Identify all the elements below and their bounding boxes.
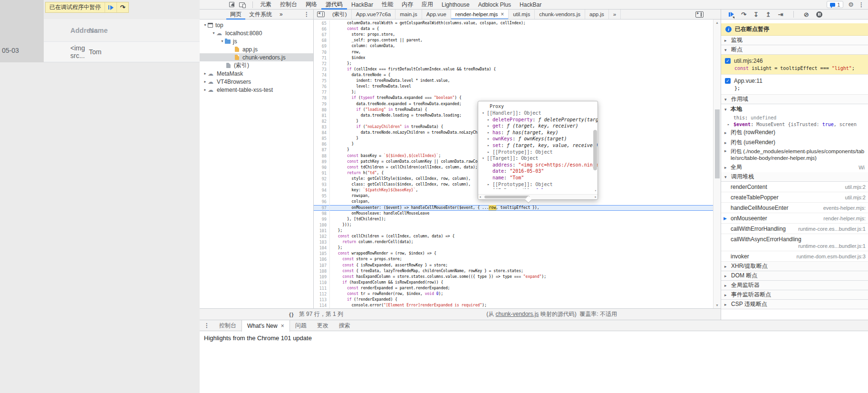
breakpoint-App.vue:11[interactable]: ✓App.vue:11}; <box>721 75 868 95</box>
caret-closed-icon[interactable]: ▸ <box>487 181 490 188</box>
line-number[interactable]: 102 <box>314 234 330 239</box>
line-number[interactable]: 112 <box>314 291 330 297</box>
line-number[interactable]: 91 <box>314 170 330 176</box>
scope-group-闭包 (./node_m[interactable]: ▸闭包 (./node_modules/element-plus/es/comp… <box>721 147 868 162</box>
popup-property-set[interactable]: ▸set: ƒ (target, key, value, receiver) <box>478 142 598 149</box>
line-number[interactable]: 73 <box>314 67 330 72</box>
line-number[interactable]: 89 <box>314 159 330 165</box>
step-over-button[interactable]: ↷ <box>741 11 746 18</box>
devtools-tab-Lighthouse[interactable]: Lighthouse <box>437 0 474 10</box>
scope-variable-this[interactable]: this: undefined <box>721 114 868 121</box>
popup-property-has[interactable]: ▸has: ƒ has(target, key) <box>478 129 598 136</box>
scope-group-闭包 (useRende[interactable]: ▸闭包 (useRender) <box>721 138 868 147</box>
popup-horizontal-scrollbar[interactable]: ◂ ▸ <box>478 194 598 199</box>
popup-property-date[interactable]: date: "2016-05-03" <box>478 168 598 175</box>
caret-closed-icon[interactable]: ▸ <box>487 136 490 142</box>
line-number[interactable]: 103 <box>314 239 330 245</box>
caret-closed-icon[interactable]: ▸ <box>203 79 208 84</box>
caret-closed-icon[interactable]: ▸ <box>727 122 730 127</box>
stack-frame-invoker[interactable]: invokerruntime-dom.esm-bundler.js:3 <box>721 251 868 262</box>
devtools-tab-应用[interactable]: 应用 <box>417 0 437 10</box>
line-number[interactable]: 79 <box>314 101 330 107</box>
drawer-tab-更改[interactable]: 更改 <box>312 320 334 331</box>
tree-item-VT4Browsers[interactable]: ▸☁VT4Browsers <box>200 78 313 86</box>
line-number[interactable]: 90 <box>314 165 330 170</box>
line-number[interactable]: 104 <box>314 245 330 251</box>
section-DOM 断点[interactable]: ▸DOM 断点 <box>721 271 868 281</box>
section-call-stack[interactable]: ▾ 调用堆栈 <box>721 172 868 182</box>
line-number[interactable]: 97 <box>314 205 330 211</box>
popup-property-name[interactable]: name: "Tom" <box>478 175 598 181</box>
file-tab-»[interactable]: » <box>609 10 621 20</box>
line-number[interactable]: 66 <box>314 26 330 32</box>
scope-group-闭包 (rowRende[interactable]: ▸闭包 (rowRender) <box>721 128 868 138</box>
tree-item-js[interactable]: ▾js <box>200 37 313 45</box>
line-number[interactable]: 65 <box>314 20 330 26</box>
step-out-button[interactable]: ↥ <box>766 11 771 18</box>
section-CSP 违规断点[interactable]: ▸CSP 违规断点 <box>721 300 868 309</box>
caret-closed-icon[interactable]: ▸ <box>203 71 208 76</box>
tree-item-app.js[interactable]: app.js <box>200 45 313 53</box>
file-tab-render-helper.mjs[interactable]: render-helper.mjs× <box>451 10 509 20</box>
devtools-tab-HackBar[interactable]: HackBar <box>515 0 546 10</box>
popup-property-address[interactable]: address: "<img src=https://eson.ninja <box>478 162 598 168</box>
line-number[interactable]: 67 <box>314 32 330 38</box>
drawer-menu-icon[interactable]: ⋮ <box>200 322 214 329</box>
line-number[interactable]: 74 <box>314 72 330 78</box>
editor-scrollbar[interactable]: ▴ ▾ <box>713 20 721 308</box>
line-number[interactable]: 68 <box>314 38 330 43</box>
scrollbar-thumb[interactable] <box>715 109 720 178</box>
line-number[interactable]: 96 <box>314 199 330 205</box>
caret-closed-icon[interactable]: ▸ <box>203 88 208 92</box>
popup-property-[[Handler]][interactable]: ▾[[Handler]]: Object <box>478 110 598 117</box>
settings-gear-icon[interactable]: ⚙ <box>848 1 854 8</box>
line-number[interactable]: 82 <box>314 118 330 124</box>
stack-frame-callWithAsyncErrorHandling[interactable]: callWithAsyncErrorHandlingruntime-core.e… <box>721 234 868 251</box>
file-tab-main.js[interactable]: main.js <box>395 10 422 20</box>
scroll-up-icon[interactable]: ▴ <box>714 20 721 25</box>
hide-debugger-panel-icon[interactable] <box>695 11 704 18</box>
line-number[interactable]: 114 <box>314 303 330 308</box>
caret-open-icon[interactable]: ▾ <box>203 23 208 27</box>
line-number[interactable]: 87 <box>314 147 330 153</box>
file-tab-util.mjs[interactable]: util.mjs <box>509 10 535 20</box>
caret-closed-icon[interactable]: ▸ <box>724 165 728 170</box>
line-number[interactable]: 76 <box>314 84 330 89</box>
breakpoint-checkbox[interactable]: ✓ <box>725 78 731 84</box>
devtools-tab-控制台[interactable]: 控制台 <box>276 0 301 10</box>
line-number[interactable]: 105 <box>314 251 330 256</box>
caret-open-icon[interactable]: ▾ <box>220 39 225 43</box>
scope-variable-$event[interactable]: ▸$event: MouseEvent {isTrusted: true, sc… <box>721 121 868 128</box>
step-into-button[interactable]: ↧ <box>753 11 759 18</box>
devtools-tab-源代码[interactable]: 源代码 <box>321 0 347 10</box>
popup-vertical-scrollbar[interactable] <box>593 130 597 170</box>
line-number[interactable]: 80 <box>314 107 330 113</box>
close-icon[interactable]: × <box>501 11 504 18</box>
caret-closed-icon[interactable]: ▸ <box>487 117 490 123</box>
line-number[interactable]: 95 <box>314 193 330 199</box>
line-number[interactable]: 83 <box>314 124 330 130</box>
popup-hscroll-thumb[interactable] <box>484 196 530 198</box>
pause-on-exceptions-button[interactable] <box>816 11 822 18</box>
drawer-tab-问题[interactable]: 问题 <box>290 320 312 331</box>
file-tab-chunk-vendors.js[interactable]: chunk-vendors.js <box>535 10 585 20</box>
devtools-tab-内存[interactable]: 内存 <box>397 0 417 10</box>
messages-badge[interactable]: 1 <box>827 1 843 8</box>
line-number[interactable]: 106 <box>314 256 330 262</box>
breakpoint-util.mjs:246[interactable]: ✓util.mjs:246const isLight = tooltipEffe… <box>721 55 868 75</box>
stack-frame-renderContent[interactable]: renderContentutil.mjs:2 <box>721 182 868 192</box>
scope-group-本地[interactable]: ▾本地 <box>721 104 868 114</box>
caret-closed-icon[interactable]: ▸ <box>487 123 490 129</box>
line-number[interactable]: 86 <box>314 141 330 147</box>
devtools-tab-HackBar[interactable]: HackBar <box>347 0 377 10</box>
line-number[interactable]: 98 <box>314 211 330 216</box>
file-tab-App.vue[interactable]: App.vue <box>422 10 451 20</box>
tree-item-element-table-xss-test[interactable]: ▸☁element-table-xss-test <box>200 86 313 94</box>
line-number[interactable]: 77 <box>314 89 330 95</box>
section-watch[interactable]: ▸ 监视 <box>721 36 868 45</box>
tree-item-top[interactable]: ▾top <box>200 21 313 29</box>
section-breakpoints[interactable]: ▾ 断点 <box>721 45 868 55</box>
devtools-tab-元素[interactable]: 元素 <box>256 0 276 10</box>
line-number[interactable]: 93 <box>314 182 330 187</box>
file-tab-App.vue?7c6a[interactable]: App.vue?7c6a <box>352 10 396 20</box>
